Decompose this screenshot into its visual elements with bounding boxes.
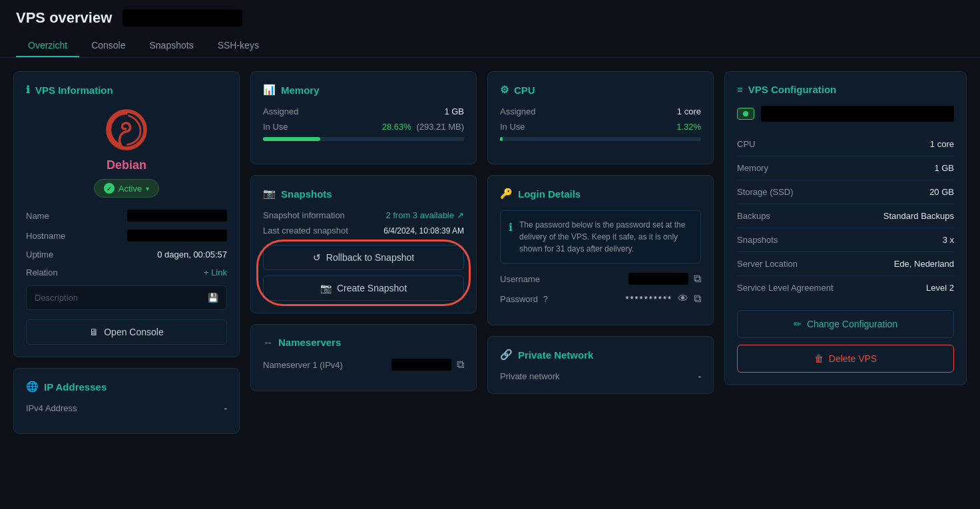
ns1-copy-icon[interactable]: ⧉ bbox=[457, 359, 464, 371]
snapshots-title: 📷 Snapshots bbox=[263, 188, 464, 200]
config-snapshots-row: Snapshots 3 x bbox=[737, 228, 954, 252]
login-title: 🔑 Login Details bbox=[500, 188, 701, 200]
login-notice: ℹ The password below is the password set… bbox=[500, 210, 701, 263]
vps-info-card: ℹ VPS Information Debian ✓ Active ▾ bbox=[13, 71, 240, 357]
config-server-location-row: Server Location Ede, Nederland bbox=[737, 252, 954, 276]
header: VPS overview Overzicht Console Snapshots… bbox=[0, 0, 980, 58]
mid-column: 📊 Memory Assigned 1 GB In Use 28.63% (29… bbox=[250, 71, 477, 434]
login-icon: 🔑 bbox=[500, 188, 513, 200]
password-reveal-icon[interactable]: 👁 bbox=[678, 293, 688, 305]
memory-inuse-row: In Use 28.63% (293.21 MB) bbox=[263, 122, 464, 132]
ns1-row: Nameserver 1 (IPv4) ⧉ bbox=[263, 359, 464, 371]
memory-inuse-value: 28.63% (293.21 MB) bbox=[382, 122, 464, 132]
password-row: Password ? ********** 👁 ⧉ bbox=[500, 293, 701, 305]
debian-logo bbox=[103, 106, 150, 153]
username-row: Username ⧉ bbox=[500, 273, 701, 285]
cpu-icon: ⚙ bbox=[500, 84, 509, 96]
tab-overzicht[interactable]: Overzicht bbox=[16, 35, 79, 57]
snapshot-info-row: Snapshot information 2 from 3 available … bbox=[263, 210, 464, 220]
cpu-title: ⚙ CPU bbox=[500, 84, 701, 96]
hostname-row: Hostname bbox=[26, 230, 227, 242]
cpu-inuse-row: In Use 1.32% bbox=[500, 122, 701, 132]
open-console-button[interactable]: 🖥 Open Console bbox=[26, 319, 227, 345]
tab-snapshots[interactable]: Snapshots bbox=[138, 35, 206, 57]
username-copy-icon[interactable]: ⧉ bbox=[694, 273, 701, 285]
main-content: ℹ VPS Information Debian ✓ Active ▾ bbox=[0, 58, 980, 447]
ipv4-row: IPv4 Address - bbox=[26, 403, 227, 413]
description-box: Description 💾 bbox=[26, 285, 227, 310]
private-network-title: 🔗 Private Network bbox=[500, 349, 701, 361]
config-memory-row: Memory 1 GB bbox=[737, 156, 954, 180]
os-name: Debian bbox=[26, 158, 227, 172]
create-snapshot-icon: 📷 bbox=[320, 283, 332, 293]
config-sla-row: Service Level Agreement Level 2 bbox=[737, 276, 954, 299]
cpu-progress-track bbox=[500, 137, 701, 141]
save-icon[interactable]: 💾 bbox=[208, 293, 218, 303]
nameservers-title: ↔ Nameservers bbox=[263, 337, 464, 348]
ip-addresses-card: 🌐 IP Addresses IPv4 Address - bbox=[13, 368, 240, 434]
memory-card: 📊 Memory Assigned 1 GB In Use 28.63% (29… bbox=[250, 71, 477, 164]
password-copy-icon[interactable]: ⧉ bbox=[694, 293, 701, 305]
username-value-area: ⧉ bbox=[628, 273, 701, 285]
console-icon: 🖥 bbox=[89, 327, 99, 337]
memory-title: 📊 Memory bbox=[263, 84, 464, 96]
nameservers-card: ↔ Nameservers Nameserver 1 (IPv4) ⧉ bbox=[250, 324, 477, 391]
status-dot bbox=[743, 111, 748, 116]
check-icon: ✓ bbox=[104, 183, 115, 194]
private-network-card: 🔗 Private Network Private network - bbox=[487, 336, 714, 394]
snapshots-icon: 📷 bbox=[263, 188, 276, 200]
rollback-snapshot-button[interactable]: ↺ Rollback to Snapshot bbox=[263, 245, 464, 270]
private-network-row: Private network - bbox=[500, 371, 701, 381]
status-badge[interactable]: ✓ Active ▾ bbox=[94, 179, 159, 198]
memory-icon: 📊 bbox=[263, 84, 276, 96]
delete-vps-button[interactable]: 🗑 Delete VPS bbox=[737, 345, 954, 373]
globe-icon: 🌐 bbox=[26, 381, 39, 393]
snapshot-actions: ↺ Rollback to Snapshot 📷 Create Snapshot bbox=[263, 245, 464, 301]
uptime-row: Uptime 0 dagen, 00:05:57 bbox=[26, 250, 227, 259]
password-label: Password ? bbox=[500, 294, 548, 304]
config-status-row bbox=[737, 106, 954, 122]
hostname-value bbox=[127, 230, 227, 242]
last-created-row: Last created snapshot 6/4/2024, 10:08:39… bbox=[263, 226, 464, 236]
username-value bbox=[628, 273, 688, 285]
snapshot-available-link[interactable]: 2 from 3 available ↗ bbox=[385, 210, 464, 220]
memory-progress-fill bbox=[263, 137, 320, 141]
ns1-value-area: ⧉ bbox=[391, 359, 464, 371]
vps-config-title: ≡ VPS Configuration bbox=[737, 84, 954, 95]
private-network-icon: 🔗 bbox=[500, 349, 513, 361]
trash-icon: 🗑 bbox=[814, 353, 824, 364]
pencil-icon: ✏ bbox=[794, 319, 802, 329]
password-value-area: ********** 👁 ⧉ bbox=[625, 293, 701, 305]
right-column: ⚙ CPU Assigned 1 core In Use 1.32% 🔑 Log… bbox=[487, 71, 714, 434]
change-configuration-button[interactable]: ✏ Change Configuration bbox=[737, 310, 954, 338]
left-column: ℹ VPS Information Debian ✓ Active ▾ bbox=[13, 71, 240, 434]
config-cpu-row: CPU 1 core bbox=[737, 132, 954, 156]
info-icon: ℹ bbox=[26, 84, 30, 96]
external-link-icon: ↗ bbox=[457, 210, 464, 220]
tab-ssh-keys[interactable]: SSH-keys bbox=[206, 35, 271, 57]
memory-progress-track bbox=[263, 137, 464, 141]
cpu-progress-fill bbox=[500, 137, 503, 141]
vps-config-card: ≡ VPS Configuration CPU 1 core Memory 1 … bbox=[724, 71, 967, 385]
config-storage-row: Storage (SSD) 20 GB bbox=[737, 180, 954, 204]
cpu-card: ⚙ CPU Assigned 1 core In Use 1.32% bbox=[487, 71, 714, 164]
chevron-down-icon: ▾ bbox=[146, 185, 149, 192]
cpu-assigned-row: Assigned 1 core bbox=[500, 106, 701, 116]
tab-console[interactable]: Console bbox=[79, 35, 137, 57]
nav-tabs: Overzicht Console Snapshots SSH-keys bbox=[16, 35, 964, 57]
config-backups-row: Backups Standard Backups bbox=[737, 204, 954, 228]
cpu-inuse-value: 1.32% bbox=[676, 122, 701, 132]
create-snapshot-button[interactable]: 📷 Create Snapshot bbox=[263, 275, 464, 301]
relation-link[interactable]: + Link bbox=[204, 267, 227, 277]
ns1-value bbox=[391, 359, 451, 371]
name-row: Name bbox=[26, 210, 227, 222]
notice-info-icon: ℹ bbox=[509, 220, 513, 255]
password-help-icon[interactable]: ? bbox=[543, 294, 548, 304]
page-title: VPS overview bbox=[16, 9, 112, 27]
name-value bbox=[127, 210, 227, 222]
ip-title: 🌐 IP Addresses bbox=[26, 381, 227, 393]
config-icon: ≡ bbox=[737, 84, 743, 95]
relation-row: Relation + Link bbox=[26, 267, 227, 277]
vps-info-title: ℹ VPS Information bbox=[26, 84, 227, 96]
title-badge bbox=[122, 9, 242, 27]
